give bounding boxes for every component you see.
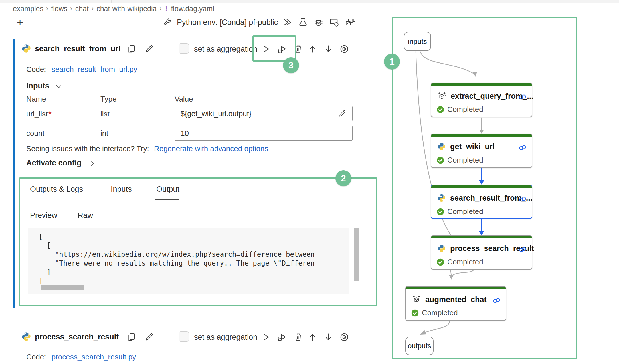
- breadcrumb-separator: ›: [46, 5, 48, 12]
- debug-bug-icon[interactable]: [313, 17, 324, 28]
- move-up-button[interactable]: [308, 332, 317, 342]
- graph-node-title: get_wiki_url: [450, 142, 495, 151]
- node1-title: search_result_from_url: [35, 45, 120, 53]
- debug-node-button[interactable]: [277, 332, 287, 342]
- move-down-button[interactable]: [323, 332, 333, 342]
- regenerate-link[interactable]: Regenerate with advanced options: [154, 144, 268, 153]
- aggregation-checkbox[interactable]: [179, 331, 189, 342]
- tab-inputs[interactable]: Inputs: [111, 185, 132, 194]
- node-status-bar: [431, 83, 532, 86]
- graph-node-process-search-result[interactable]: process_search_result Completed: [431, 235, 532, 270]
- breadcrumb-item-flows[interactable]: flows: [51, 5, 67, 13]
- status-label: Completed: [447, 207, 483, 216]
- check-circle-icon: [436, 106, 444, 114]
- delete-node-button[interactable]: [293, 332, 303, 342]
- breadcrumb: examples › flows › chat › chat-with-wiki…: [13, 4, 214, 13]
- run-node-button[interactable]: [261, 332, 271, 342]
- link-icon[interactable]: [518, 245, 527, 254]
- code-line: Code: search_result_from_url.py: [26, 65, 137, 74]
- status-label: Completed: [422, 308, 458, 317]
- locate-node-button[interactable]: [339, 44, 349, 54]
- col-header-value: Value: [175, 95, 193, 104]
- status-label: Completed: [447, 156, 483, 165]
- url-list-value-input[interactable]: ${get_wiki_url.output}: [175, 106, 353, 121]
- graph-node-title: augmented_chat: [425, 295, 487, 304]
- run-all-icon[interactable]: [282, 17, 293, 28]
- python-env-label: Python env: [Conda] pf-public: [177, 18, 278, 27]
- edit-value-icon[interactable]: [338, 109, 347, 118]
- wrench-icon: [162, 17, 173, 28]
- url-list-value-text: ${get_wiki_url.output}: [181, 109, 252, 118]
- editor-tab-strip: [0, 0, 619, 3]
- active-subtab-underline: [29, 225, 56, 225]
- check-circle-icon: [436, 258, 444, 266]
- edit-node-button[interactable]: [144, 44, 154, 54]
- graph-outputs-node[interactable]: outputs: [405, 337, 434, 355]
- code-file-link[interactable]: search_result_from_url.py: [52, 65, 137, 74]
- chevron-right-icon[interactable]: [89, 160, 96, 167]
- breadcrumb-separator: ›: [159, 5, 161, 12]
- move-up-button[interactable]: [308, 44, 317, 54]
- yaml-file-icon: !: [165, 4, 168, 13]
- breadcrumb-item-file[interactable]: flow.dag.yaml: [171, 5, 214, 13]
- node-status-bar: [431, 134, 532, 137]
- copy-node-button[interactable]: [127, 44, 136, 54]
- interface-issues-line: Seeing issues with the interface? Try: R…: [26, 144, 268, 153]
- python-icon: [21, 43, 31, 54]
- code-label: Code:: [26, 353, 46, 361]
- chevron-down-icon[interactable]: [55, 83, 63, 91]
- activate-config-toggle[interactable]: Activate config: [26, 159, 82, 167]
- flow-toolbar-actions: [282, 16, 355, 29]
- graph-inputs-node[interactable]: inputs: [404, 32, 431, 51]
- graph-node-search-result[interactable]: search_result_from_... Completed: [431, 185, 532, 219]
- locate-node-button[interactable]: [339, 332, 349, 342]
- aggregation-label: set as aggregation: [194, 333, 257, 342]
- link-icon[interactable]: [518, 195, 527, 204]
- subtab-raw[interactable]: Raw: [78, 211, 93, 220]
- copy-node-button[interactable]: [127, 332, 136, 342]
- annotation-badge-3: 3: [283, 57, 299, 73]
- code-line: Code: process_search_result.py: [26, 353, 136, 361]
- link-icon[interactable]: [518, 92, 527, 102]
- output-preview-text: [ [ "https://en.wikipedia.org/w/index.ph…: [39, 232, 315, 286]
- graph-node-extract-query[interactable]: extract_query_from_... Completed: [431, 83, 532, 117]
- annotation-badge-2: 2: [335, 170, 351, 186]
- aggregation-label: set as aggregation: [194, 45, 257, 54]
- input-type-url-list: list: [100, 110, 110, 118]
- edit-node-button[interactable]: [144, 332, 154, 342]
- input-name-url-list: url_list*: [26, 110, 51, 118]
- python-env-selector[interactable]: Python env: [Conda] pf-public: [162, 16, 278, 29]
- breadcrumb-item-chat[interactable]: chat: [75, 5, 89, 13]
- tab-outputs-logs[interactable]: Outputs & Logs: [30, 185, 83, 194]
- dag-graph-panel: inputs extract_query_from_... Completed …: [392, 17, 577, 359]
- vertical-scrollbar[interactable]: [354, 228, 359, 281]
- link-icon[interactable]: [492, 296, 501, 305]
- count-value-input[interactable]: 10: [175, 126, 353, 141]
- tab-divider: [111, 0, 112, 3]
- tab-output[interactable]: Output: [156, 185, 179, 194]
- subtab-preview[interactable]: Preview: [30, 211, 57, 220]
- breadcrumb-item-chat-with-wikipedia[interactable]: chat-with-wikipedia: [96, 5, 157, 13]
- editor-layout-icon[interactable]: [345, 17, 355, 28]
- python-icon: [437, 142, 446, 151]
- graph-node-get-wiki-url[interactable]: get_wiki_url Completed: [431, 134, 532, 168]
- col-header-type: Type: [100, 95, 116, 104]
- code-file-link[interactable]: process_search_result.py: [52, 353, 136, 361]
- required-asterisk: *: [48, 110, 51, 118]
- open-preview-icon[interactable]: [329, 17, 340, 28]
- node-status-bar: [406, 287, 506, 289]
- flow-editor: examples › flows › chat › chat-with-wiki…: [0, 0, 619, 364]
- input-name-count: count: [26, 129, 44, 138]
- add-node-button[interactable]: +: [14, 16, 26, 29]
- horizontal-scrollbar[interactable]: [41, 285, 84, 290]
- move-down-button[interactable]: [323, 44, 333, 54]
- graph-node-augmented-chat[interactable]: augmented_chat Completed: [405, 286, 506, 321]
- link-icon[interactable]: [518, 143, 527, 152]
- input-type-count: int: [100, 129, 108, 138]
- breadcrumb-item-examples[interactable]: examples: [13, 5, 43, 13]
- llm-tool-icon: [412, 295, 421, 304]
- test-beaker-icon[interactable]: [298, 17, 308, 28]
- node-status-bar: [431, 185, 532, 188]
- aggregation-checkbox[interactable]: [179, 43, 189, 54]
- annotation-badge-1: 1: [384, 54, 400, 70]
